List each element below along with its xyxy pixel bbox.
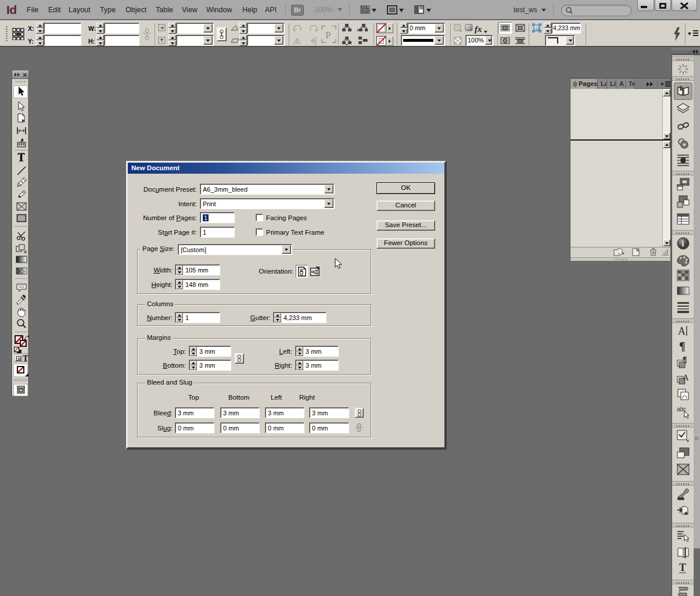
svg-text:¶: ¶ <box>679 340 685 352</box>
svg-text:P: P <box>325 30 331 41</box>
svg-text:¶: ¶ <box>683 356 687 364</box>
svg-text:T: T <box>679 562 686 573</box>
svg-text:A: A <box>683 373 689 382</box>
svg-text:i: i <box>682 239 684 248</box>
svg-text:A: A <box>678 325 685 337</box>
